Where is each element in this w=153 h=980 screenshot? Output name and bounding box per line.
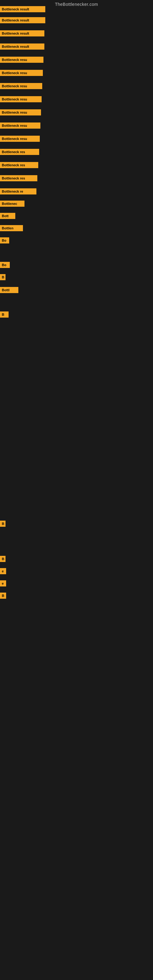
bottleneck-result-item: Bottleneck resu: [0, 70, 43, 76]
bottleneck-result-item: Bottleneck res: [0, 175, 37, 181]
bottleneck-result-item: Bottleneck result: [0, 43, 45, 49]
bottleneck-result-item: Bott: [0, 213, 15, 219]
bottleneck-result-item: B: [0, 274, 5, 280]
bottleneck-result-item: B: [0, 312, 9, 318]
bottleneck-result-item: Bottl: [0, 287, 18, 293]
bottleneck-result-item: Bo: [0, 262, 10, 268]
bottleneck-result-item: Bottlenec: [0, 200, 24, 207]
bottleneck-result-item: Bottleneck resu: [0, 109, 41, 115]
bottleneck-result-item: B: [0, 520, 5, 527]
bottleneck-result-item: Bottleneck resu: [0, 136, 40, 142]
bottleneck-result-item: Bottleneck result: [0, 30, 45, 37]
bottleneck-result-item: Bottleneck resu: [0, 96, 41, 102]
bottleneck-result-item: Bottleneck resu: [0, 57, 43, 63]
bottleneck-result-item: Bottlen: [0, 225, 23, 231]
bottleneck-result-item: Bottleneck result: [0, 6, 45, 12]
bottleneck-result-item: Bottleneck res: [0, 162, 38, 168]
bottleneck-result-item: Bottleneck resu: [0, 123, 40, 129]
bottleneck-result-item: e: [0, 568, 6, 574]
bottleneck-result-item: e: [0, 580, 6, 587]
bottleneck-result-item: Bottleneck re: [0, 188, 37, 194]
bottleneck-result-item: Bottleneck res: [0, 149, 39, 155]
bottleneck-result-item: Bo: [0, 237, 9, 243]
bottleneck-result-item: Bottleneck resu: [0, 83, 42, 89]
bottleneck-result-item: Bottleneck result: [0, 17, 45, 23]
bottleneck-result-item: B: [0, 556, 5, 562]
bottleneck-result-item: B: [0, 593, 6, 599]
